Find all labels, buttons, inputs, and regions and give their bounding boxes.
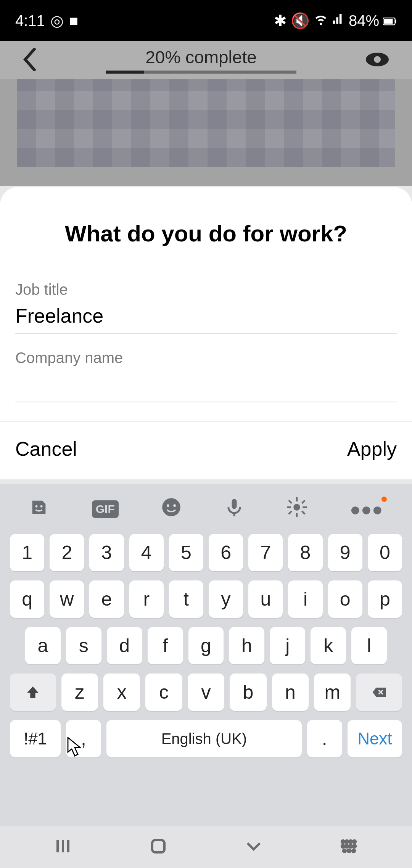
key-backspace[interactable] (356, 674, 402, 711)
nav-back[interactable] (245, 837, 263, 857)
svg-point-30 (348, 850, 350, 852)
key-o[interactable]: o (328, 580, 362, 618)
keyboard-toolbar: GIF ●●● (0, 484, 412, 534)
key-j[interactable]: j (270, 627, 305, 664)
svg-rect-16 (288, 500, 293, 504)
svg-rect-14 (287, 506, 291, 508)
camera-icon: ■ (69, 12, 78, 29)
modal-scrim[interactable] (0, 41, 412, 186)
svg-point-31 (352, 850, 355, 852)
svg-point-21 (342, 841, 344, 843)
key-p[interactable]: p (368, 580, 402, 618)
svg-point-25 (342, 845, 344, 847)
company-name-input[interactable] (15, 366, 397, 402)
gif-icon[interactable]: GIF (92, 500, 119, 518)
svg-rect-19 (301, 510, 306, 514)
key-e[interactable]: e (89, 580, 124, 618)
signal-icon (332, 12, 345, 29)
svg-rect-20 (152, 840, 164, 852)
emoji-icon[interactable] (161, 497, 181, 521)
key-8[interactable]: 8 (288, 534, 322, 571)
key-c[interactable]: c (145, 674, 182, 711)
svg-rect-12 (296, 497, 298, 502)
key-q[interactable]: q (10, 580, 44, 618)
key-symbols[interactable]: !#1 (10, 720, 61, 757)
svg-rect-1 (384, 19, 393, 24)
key-l[interactable]: l (351, 627, 387, 664)
key-shift[interactable] (10, 674, 56, 711)
battery-text: 84% (349, 12, 379, 29)
key-4[interactable]: 4 (129, 534, 164, 571)
key-n[interactable]: n (272, 674, 309, 711)
sticker-icon[interactable] (29, 497, 49, 521)
svg-point-6 (40, 505, 43, 507)
status-time: 4:11 (15, 12, 45, 29)
apply-button[interactable]: Apply (347, 437, 397, 460)
svg-rect-10 (232, 499, 237, 509)
key-x[interactable]: x (103, 674, 140, 711)
nav-recents[interactable] (54, 837, 72, 857)
soft-keyboard: GIF ●●● 1 2 3 4 5 6 7 8 9 0 q w e (0, 484, 412, 868)
key-b[interactable]: b (230, 674, 266, 711)
more-icon[interactable]: ●●● (350, 499, 383, 520)
key-0[interactable]: 0 (368, 534, 402, 571)
nav-home[interactable] (149, 837, 167, 857)
key-t[interactable]: t (169, 580, 203, 618)
key-row-numbers: 1 2 3 4 5 6 7 8 9 0 (10, 534, 402, 571)
key-k[interactable]: k (311, 627, 346, 664)
svg-point-24 (353, 841, 356, 843)
battery-icon (383, 12, 397, 29)
svg-rect-13 (296, 513, 298, 517)
key-period[interactable]: . (307, 720, 342, 757)
key-9[interactable]: 9 (328, 534, 362, 571)
status-bar: 4:11 ◎ ■ ✱ 🔇 84% (0, 0, 412, 41)
key-w[interactable]: w (50, 580, 84, 618)
key-z[interactable]: z (61, 674, 98, 711)
key-u[interactable]: u (248, 580, 283, 618)
key-h[interactable]: h (229, 627, 264, 664)
key-a[interactable]: a (25, 627, 61, 664)
svg-point-28 (353, 845, 356, 847)
wifi-icon (314, 12, 328, 30)
svg-rect-18 (288, 510, 293, 514)
key-next[interactable]: Next (348, 720, 402, 757)
key-y[interactable]: y (209, 580, 243, 618)
work-modal: What do you do for work? Job title Compa… (0, 187, 412, 479)
gear-icon[interactable] (287, 497, 307, 521)
key-comma[interactable]: , (66, 720, 101, 757)
bluetooth-icon: ✱ (274, 12, 287, 29)
key-s[interactable]: s (66, 627, 101, 664)
cancel-button[interactable]: Cancel (15, 437, 77, 460)
svg-point-5 (35, 505, 38, 507)
svg-point-7 (162, 498, 180, 516)
key-3[interactable]: 3 (89, 534, 124, 571)
mic-icon[interactable] (224, 497, 244, 521)
key-row-z: z x c v b n m (10, 674, 402, 711)
svg-point-11 (294, 504, 300, 510)
key-row-a: a s d f g h j k l (10, 627, 402, 664)
mute-icon: 🔇 (291, 12, 310, 30)
key-f[interactable]: f (148, 627, 183, 664)
svg-rect-2 (395, 19, 396, 23)
key-g[interactable]: g (188, 627, 224, 664)
key-1[interactable]: 1 (10, 534, 44, 571)
key-5[interactable]: 5 (169, 534, 203, 571)
svg-rect-15 (303, 506, 307, 508)
key-r[interactable]: r (129, 580, 164, 618)
system-nav-bar (0, 826, 412, 868)
key-v[interactable]: v (188, 674, 224, 711)
key-2[interactable]: 2 (50, 534, 84, 571)
job-title-label: Job title (15, 281, 397, 298)
key-m[interactable]: m (314, 674, 351, 711)
job-title-input[interactable] (15, 298, 397, 334)
key-6[interactable]: 6 (209, 534, 243, 571)
key-i[interactable]: i (288, 580, 322, 618)
svg-point-27 (349, 845, 352, 847)
key-row-q: q w e r t y u i o p (10, 580, 402, 618)
nav-keyboard-toggle[interactable] (340, 837, 358, 857)
key-space[interactable]: English (UK) (106, 720, 302, 757)
svg-point-29 (343, 850, 346, 852)
key-d[interactable]: d (107, 627, 142, 664)
svg-point-9 (173, 504, 176, 507)
key-7[interactable]: 7 (248, 534, 283, 571)
